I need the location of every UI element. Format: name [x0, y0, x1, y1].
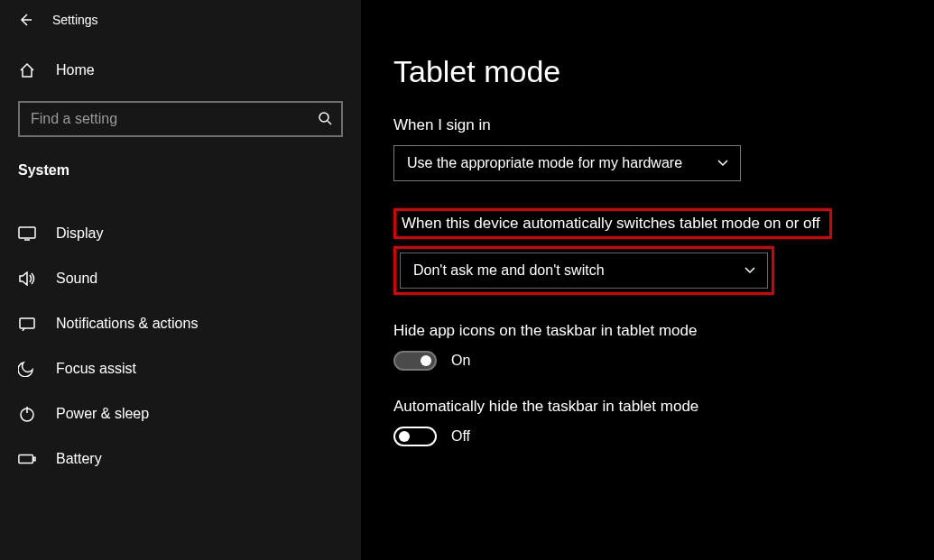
section-heading: System	[0, 153, 361, 186]
home-label: Home	[56, 62, 95, 78]
signin-select[interactable]: Use the appropriate mode for my hardware	[393, 145, 741, 181]
search-input[interactable]	[31, 111, 302, 127]
power-sleep-icon	[18, 406, 36, 422]
field-autoswitch: When this device automatically switches …	[393, 208, 934, 295]
autoswitch-label: When this device automatically switches …	[393, 208, 832, 239]
svg-rect-5	[33, 457, 35, 461]
nav-list: Display Sound Notifications & actions Fo…	[0, 211, 361, 482]
svg-rect-4	[19, 454, 32, 463]
sidebar-item-label: Display	[56, 225, 103, 242]
sidebar-item-display[interactable]: Display	[0, 211, 361, 256]
home-button[interactable]: Home	[0, 49, 361, 92]
page-title: Tablet mode	[393, 54, 934, 89]
search-container	[0, 92, 361, 153]
autoswitch-highlight: Don't ask me and don't switch	[393, 246, 774, 295]
chevron-down-icon	[717, 155, 729, 171]
sidebar-item-battery[interactable]: Battery	[0, 436, 361, 482]
sidebar-item-focus-assist[interactable]: Focus assist	[0, 346, 361, 391]
sound-icon	[18, 271, 36, 286]
hide-taskbar-state: Off	[451, 428, 470, 445]
signin-label: When I sign in	[393, 116, 934, 134]
field-hide-icons: Hide app icons on the taskbar in tablet …	[393, 322, 934, 371]
sidebar-item-label: Battery	[56, 451, 102, 467]
main-content: Tablet mode When I sign in Use the appro…	[361, 0, 934, 560]
field-hide-taskbar: Automatically hide the taskbar in tablet…	[393, 398, 934, 446]
sidebar-item-power-sleep[interactable]: Power & sleep	[0, 391, 361, 436]
hide-taskbar-label: Automatically hide the taskbar in tablet…	[393, 398, 934, 416]
sidebar-item-label: Sound	[56, 271, 97, 287]
titlebar: Settings	[0, 13, 361, 49]
hide-taskbar-toggle[interactable]	[393, 427, 437, 446]
sidebar-item-label: Focus assist	[56, 361, 136, 377]
back-icon[interactable]	[18, 13, 32, 27]
battery-icon	[18, 454, 36, 464]
autoswitch-value: Don't ask me and don't switch	[413, 262, 605, 279]
sidebar-item-label: Notifications & actions	[56, 316, 198, 332]
window-title: Settings	[52, 13, 98, 27]
sidebar: Settings Home System Display Sound	[0, 0, 361, 560]
search-icon	[318, 111, 332, 128]
sidebar-item-label: Power & sleep	[56, 406, 149, 422]
sidebar-item-notifications[interactable]: Notifications & actions	[0, 301, 361, 346]
svg-point-0	[319, 113, 328, 122]
display-icon	[18, 226, 36, 241]
svg-rect-2	[20, 318, 34, 328]
signin-value: Use the appropriate mode for my hardware	[407, 155, 682, 171]
autoswitch-select[interactable]: Don't ask me and don't switch	[400, 252, 768, 289]
hide-icons-label: Hide app icons on the taskbar in tablet …	[393, 322, 934, 340]
field-signin: When I sign in Use the appropriate mode …	[393, 116, 934, 181]
home-icon	[18, 61, 36, 79]
hide-icons-state: On	[451, 353, 470, 369]
hide-icons-toggle[interactable]	[393, 351, 437, 371]
search-input-wrap[interactable]	[18, 101, 343, 137]
chevron-down-icon	[744, 262, 756, 279]
focus-assist-icon	[18, 361, 36, 377]
svg-rect-1	[19, 227, 35, 238]
sidebar-item-sound[interactable]: Sound	[0, 256, 361, 301]
notifications-icon	[18, 317, 36, 331]
